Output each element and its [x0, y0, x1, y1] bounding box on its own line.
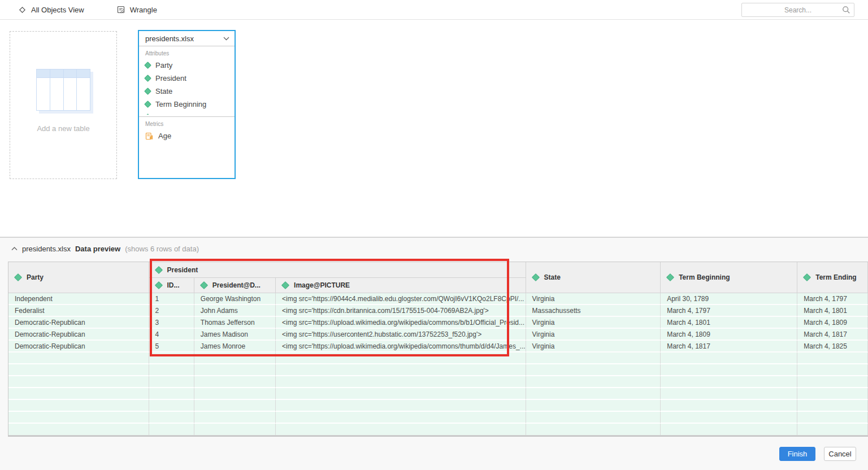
column-group-header-president[interactable]: President — [149, 262, 526, 278]
cell-term-ending: March 4, 1825 — [797, 341, 868, 352]
cell-id: 1 — [149, 293, 194, 305]
cell-term-beginning: March 4, 1817 — [661, 341, 797, 352]
all-objects-view-button[interactable]: All Objects View — [19, 6, 84, 14]
attribute-diamond-icon — [144, 75, 151, 82]
cell-state: Virginia — [526, 317, 661, 329]
preview-row-note: (shows 6 rows of data) — [125, 245, 199, 253]
cell-state: Massachussetts — [526, 305, 661, 317]
dataset-title: presidents.xlsx — [145, 34, 194, 43]
metric-label: Age — [158, 132, 171, 140]
data-preview-section: presidents.xlsx Data preview (shows 6 ro… — [0, 238, 868, 470]
data-preview-table: Party President State Term Beginning Ter… — [8, 262, 868, 437]
metric-icon — [145, 132, 153, 140]
table-row: Independent 1 George Washington <img src… — [8, 293, 868, 305]
attribute-item-president[interactable]: President — [145, 72, 235, 85]
cancel-button[interactable]: Cancel — [824, 447, 856, 461]
table-row: Democratic-Republican 3 Thomas Jefferson… — [8, 317, 868, 329]
cell-image: <img src='https://cdn.britannica.com/15/… — [276, 305, 526, 317]
cell-party: Democratic-Republican — [8, 341, 149, 352]
cell-president: George Washington — [194, 293, 276, 305]
diamond-outline-icon — [19, 6, 26, 14]
empty-table-row — [8, 364, 868, 376]
cell-id: 3 — [149, 317, 194, 329]
cell-president: James Madison — [194, 329, 276, 341]
table-row: Democratic-Republican 5 James Monroe <im… — [8, 341, 868, 352]
preview-title: Data preview — [75, 245, 120, 253]
empty-table-row — [8, 388, 868, 400]
cell-president: Thomas Jefferson — [194, 317, 276, 329]
attributes-section: Attributes Party President State Term Be… — [139, 46, 235, 111]
column-header-id[interactable]: ID... — [149, 278, 194, 293]
attribute-diamond-icon — [14, 273, 22, 281]
table-row: Democratic-Republican 4 James Madison <i… — [8, 329, 868, 341]
attribute-item-partial — [139, 112, 235, 115]
attribute-item-term-beginning[interactable]: Term Beginning — [145, 98, 235, 111]
cell-party: Federalist — [8, 305, 149, 317]
cell-image: <img src='https://usercontent2.hubstatic… — [276, 329, 526, 341]
column-header-party[interactable]: Party — [8, 262, 149, 293]
cell-president: James Monroe — [194, 341, 276, 352]
add-new-table-dropzone[interactable]: Add a new table — [10, 31, 117, 179]
cell-id: 2 — [149, 305, 194, 317]
attribute-diamond-icon — [281, 281, 289, 289]
chevron-down-icon[interactable] — [223, 37, 229, 41]
preview-titlebar: presidents.xlsx Data preview (shows 6 ro… — [11, 245, 199, 253]
cell-term-beginning: March 4, 1801 — [661, 317, 797, 329]
attribute-item-party[interactable]: Party — [145, 59, 235, 72]
column-header-president-display[interactable]: President@D... — [194, 278, 276, 293]
search-box — [741, 3, 854, 17]
metrics-section: Metrics Age — [139, 117, 235, 142]
cell-term-beginning: March 4, 1809 — [661, 329, 797, 341]
cell-image: <img src='https://upload.wikimedia.org/w… — [276, 317, 526, 329]
attribute-diamond-icon — [154, 266, 162, 273]
empty-table-row — [8, 352, 868, 364]
table-row: Federalist 2 John Adams <img src='https:… — [8, 305, 868, 317]
attribute-label: Party — [155, 61, 172, 69]
search-input[interactable] — [741, 3, 854, 17]
attribute-diamond-icon — [144, 88, 151, 95]
preview-dataset-name: presidents.xlsx — [22, 245, 71, 253]
cell-state: Virginia — [526, 341, 661, 352]
wrangle-button[interactable]: Wrangle — [117, 6, 157, 14]
empty-table-row — [8, 400, 868, 412]
column-header-term-beginning[interactable]: Term Beginning — [661, 262, 797, 293]
cell-party: Democratic-Republican — [8, 329, 149, 341]
cell-term-ending: March 4, 1801 — [797, 305, 868, 317]
collapse-chevron-icon[interactable] — [11, 247, 18, 251]
dataset-dropdown[interactable]: presidents.xlsx — [139, 31, 235, 46]
table-placeholder-icon — [36, 69, 90, 111]
attributes-section-label: Attributes — [145, 50, 235, 56]
attribute-label: State — [155, 87, 172, 95]
attribute-diamond-icon — [666, 273, 674, 281]
finish-button[interactable]: Finish — [779, 447, 815, 461]
wrangle-label: Wrangle — [130, 6, 157, 14]
cell-term-ending: March 4, 1797 — [797, 293, 868, 305]
column-header-term-ending[interactable]: Term Ending — [797, 262, 868, 293]
cell-image: <img src='https://9044c4.medialib.edu.gl… — [276, 293, 526, 305]
attribute-diamond-icon — [200, 281, 208, 289]
cell-state: Virginia — [526, 329, 661, 341]
column-header-state[interactable]: State — [526, 262, 661, 293]
search-icon[interactable] — [842, 6, 850, 14]
attribute-label: Term Beginning — [155, 100, 206, 108]
cell-id: 5 — [149, 341, 194, 352]
cell-image: <img src='https://upload.wikimedia.org/w… — [276, 341, 526, 352]
attribute-diamond-icon — [144, 62, 151, 69]
toolbar: All Objects View Wrangle — [0, 0, 868, 20]
empty-table-row — [8, 412, 868, 424]
cell-id: 4 — [149, 329, 194, 341]
cell-state: Virginia — [526, 293, 661, 305]
metric-item-age[interactable]: Age — [145, 129, 235, 142]
attribute-diamond-icon — [154, 281, 162, 289]
cell-party: Independent — [8, 293, 149, 305]
wrangle-icon — [117, 6, 125, 14]
import-data-window: All Objects View Wrangle Add a new table… — [0, 0, 868, 470]
cell-term-beginning: April 30, 1789 — [661, 293, 797, 305]
cell-president: John Adams — [194, 305, 276, 317]
attribute-label: President — [155, 74, 186, 82]
attribute-diamond-icon — [531, 273, 539, 281]
column-header-image-picture[interactable]: Image@PICTURE — [276, 278, 526, 293]
attribute-item-state[interactable]: State — [145, 85, 235, 98]
attribute-diamond-icon — [803, 273, 811, 281]
cell-term-beginning: March 4, 1797 — [661, 305, 797, 317]
